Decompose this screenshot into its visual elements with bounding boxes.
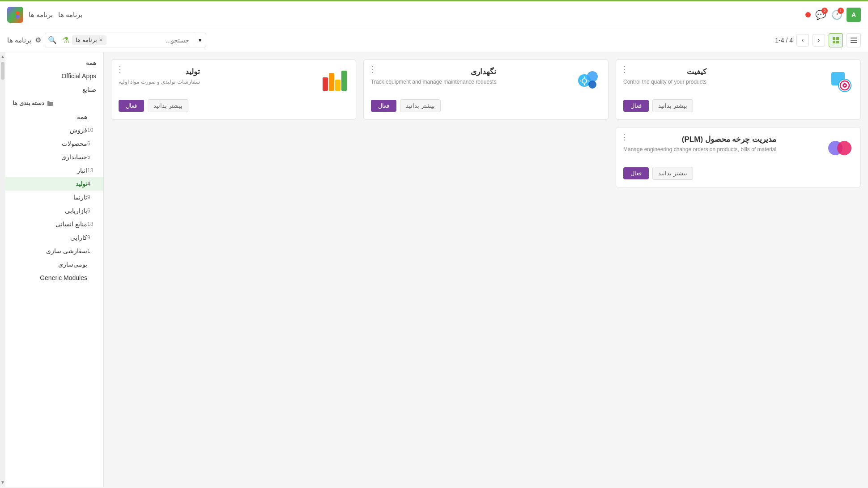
card-title-maintenance: نگهداری: [371, 67, 496, 76]
next-page-button[interactable]: ›: [796, 34, 809, 47]
sidebar-category-12[interactable]: Generic Modules: [5, 271, 103, 284]
filter-remove-icon[interactable]: ✕: [99, 37, 103, 43]
learn-more-manufacturing-button[interactable]: بیشتر بدانید: [148, 99, 188, 112]
notif-clock-badge[interactable]: 🕐 1: [830, 8, 843, 21]
search-button[interactable]: 🔍: [45, 33, 60, 47]
sidebar-all[interactable]: همه: [5, 56, 103, 69]
app-card-plm: ⋮ مدیریت چرخه محصول (PLM) Manage enginee…: [616, 127, 861, 187]
svg-rect-4: [851, 40, 857, 41]
svg-point-14: [844, 85, 846, 86]
activate-plm-button[interactable]: فعال: [623, 167, 649, 179]
notif-chat-count: 2: [821, 8, 828, 14]
card-menu-quality[interactable]: ⋮: [621, 64, 629, 74]
sidebar-official-apps[interactable]: Official Apps: [5, 69, 103, 83]
card-footer-maintenance: بیشتر بدانید فعال: [371, 99, 601, 112]
card-desc-plm: Manage engineering change orders on prod…: [623, 146, 776, 153]
sidebar-category-7[interactable]: 6 بازاریابی: [5, 204, 103, 217]
search-input[interactable]: [106, 34, 194, 47]
svg-rect-9: [836, 41, 839, 43]
sidebar-category-heading: دسته بندی ها: [5, 96, 103, 110]
card-menu-manufacturing[interactable]: ⋮: [116, 64, 124, 74]
sidebar-label-6: تارنما: [13, 194, 87, 201]
svg-rect-6: [833, 37, 835, 40]
card-footer-manufacturing: بیشتر بدانید فعال: [119, 99, 349, 112]
sidebar-category-4[interactable]: 13 انبار: [5, 164, 103, 177]
sidebar-label-11: بومی‌سازی: [13, 261, 87, 268]
quality-icon: [826, 67, 853, 94]
sidebar-category-1[interactable]: 10 فروش: [5, 123, 103, 137]
settings-button[interactable]: ⚙: [35, 36, 41, 44]
sidebar-category-11[interactable]: بومی‌سازی: [5, 258, 103, 271]
sidebar-count-7: 6: [87, 208, 96, 214]
filter-icon[interactable]: ⚗: [60, 35, 72, 45]
notif-clock-count: 1: [838, 8, 844, 14]
card-header-maintenance: نگهداری Track equipment and manage maint…: [371, 67, 601, 94]
sidebar-label-12: Generic Modules: [13, 274, 87, 281]
card-footer-quality: بیشتر بدانید فعال: [623, 99, 853, 112]
card-title-area-quality: کیفیت Control the quality of your produc…: [623, 67, 706, 86]
toolbar-left: ‹ › 4 / 1-4: [775, 33, 861, 47]
scroll-down-arrow[interactable]: ▼: [0, 480, 5, 485]
sidebar-count-10: 1: [87, 248, 96, 254]
sidebar-category-8[interactable]: 18 منابع انسانی: [5, 217, 103, 231]
manufacturing-icon: [322, 67, 349, 94]
sidebar-category-5[interactable]: 4 تولید: [5, 177, 103, 191]
svg-point-2: [16, 15, 19, 18]
sidebar-category-0[interactable]: همه: [5, 110, 103, 123]
sidebar-label-10: سفارشی سازی: [13, 247, 87, 255]
odoo-logo[interactable]: [7, 7, 23, 23]
search-bar: ▾ ✕ برنامه ها ⚗ 🔍: [45, 33, 206, 47]
learn-more-quality-button[interactable]: بیشتر بدانید: [652, 99, 693, 112]
card-header-manufacturing: تولید سفارشات تولیدی و صورت مواد اولیه: [119, 67, 349, 94]
prev-page-button[interactable]: ‹: [813, 34, 825, 47]
sidebar-category-10[interactable]: 1 سفارشی سازی: [5, 244, 103, 258]
svg-rect-3: [851, 38, 857, 38]
avatar[interactable]: A: [847, 8, 861, 22]
card-desc-quality: Control the quality of your products: [623, 78, 706, 86]
svg-rect-23: [323, 77, 328, 91]
card-menu-maintenance[interactable]: ⋮: [368, 64, 376, 74]
sidebar-category-6[interactable]: 9 تارنما: [5, 191, 103, 204]
scroll-thumb[interactable]: [1, 62, 4, 80]
activate-manufacturing-button[interactable]: فعال: [119, 100, 144, 112]
sidebar-category-9[interactable]: 9 کارایی: [5, 231, 103, 244]
maintenance-icon: [574, 67, 601, 94]
notif-chat-badge[interactable]: 💬 2: [814, 8, 827, 21]
scroll-up-arrow[interactable]: ▲: [0, 54, 5, 59]
grid-view-button[interactable]: [829, 33, 843, 47]
grid-icon: [832, 37, 839, 44]
app-card-quality: ⋮ کیفیت Control the quality of yo: [616, 59, 861, 120]
activate-maintenance-button[interactable]: فعال: [371, 100, 396, 112]
svg-point-0: [11, 13, 15, 17]
sidebar-category-2[interactable]: 6 محصولات: [5, 137, 103, 150]
sidebar-count-2: 6: [87, 140, 96, 147]
card-title-manufacturing: تولید: [119, 67, 200, 76]
card-title-area-maintenance: نگهداری Track equipment and manage maint…: [371, 67, 496, 86]
topbar-right: برنامه ها برنامه ها: [7, 7, 82, 23]
list-view-button[interactable]: [847, 33, 861, 47]
topbar-left: A 🕐 1 💬 2: [805, 8, 861, 22]
nav-apps-link-2[interactable]: برنامه ها: [29, 11, 53, 19]
sidebar-wrapper: همه Official Apps صنایع دسته بندی ها همه…: [0, 52, 104, 487]
filter-tag: ✕ برنامه ها: [72, 35, 106, 45]
nav-apps-link-1[interactable]: برنامه ها: [58, 11, 82, 19]
activate-quality-button[interactable]: فعال: [623, 100, 649, 112]
sidebar-count-9: 9: [87, 234, 96, 241]
scrollbar[interactable]: ▲ ▼: [0, 52, 5, 487]
learn-more-maintenance-button[interactable]: بیشتر بدانید: [400, 99, 441, 112]
card-desc-manufacturing: سفارشات تولیدی و صورت مواد اولیه: [119, 78, 200, 86]
sidebar-category-3[interactable]: 5 حسابداری: [5, 150, 103, 164]
card-title-area-plm: مدیریت چرخه محصول (PLM) Manage engineeri…: [623, 135, 776, 153]
card-menu-plm[interactable]: ⋮: [621, 132, 629, 142]
sidebar-count-6: 9: [87, 194, 96, 200]
card-footer-plm: بیشتر بدانید فعال: [623, 167, 853, 180]
toolbar-right: ▾ ✕ برنامه ها ⚗ 🔍 ⚙ برنامه ها: [7, 33, 206, 47]
sidebar-count-3: 5: [87, 154, 96, 160]
page-info: 4 / 1-4: [775, 37, 793, 44]
sidebar-label-7: بازاریابی: [13, 207, 87, 214]
sidebar-industries[interactable]: صنایع: [5, 83, 103, 96]
learn-more-plm-button[interactable]: بیشتر بدانید: [652, 167, 693, 180]
search-dropdown-button[interactable]: ▾: [194, 34, 206, 46]
sidebar-label-4: انبار: [13, 167, 87, 174]
svg-point-28: [837, 141, 851, 155]
